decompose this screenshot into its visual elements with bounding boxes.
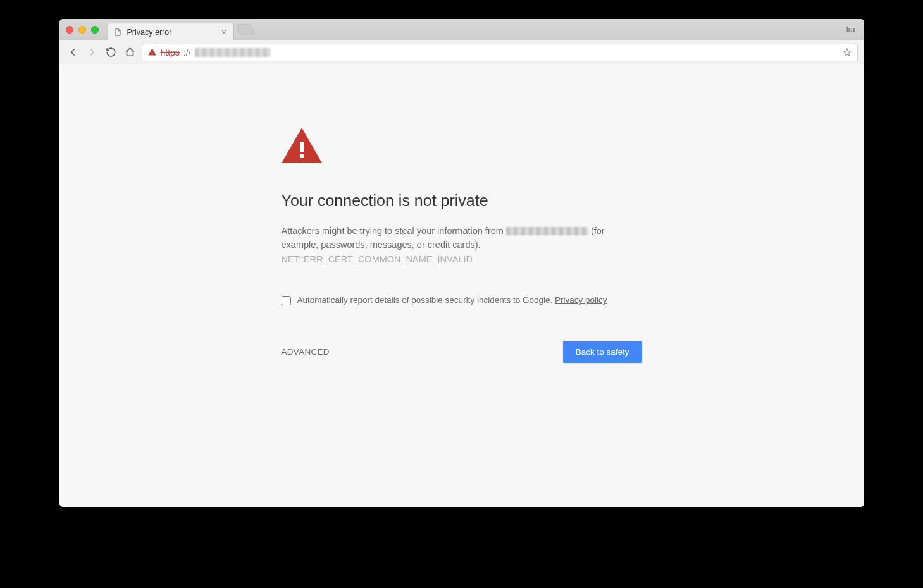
back-to-safety-button[interactable]: Back to safety (563, 341, 642, 363)
profile-name[interactable]: Ira (846, 19, 855, 40)
tab-title: Privacy error (127, 28, 214, 37)
svg-rect-1 (300, 154, 304, 158)
toolbar: https :// (59, 40, 864, 64)
zoom-window-button[interactable] (91, 26, 99, 34)
close-tab-button[interactable] (220, 28, 228, 37)
url-scheme: https (161, 47, 180, 58)
browser-tab[interactable]: Privacy error (108, 23, 234, 40)
url-separator: :// (183, 47, 191, 58)
browser-window: Privacy error Ira https :// (59, 19, 864, 507)
close-window-button[interactable] (66, 26, 73, 34)
back-button[interactable] (66, 45, 81, 60)
reload-button[interactable] (104, 45, 119, 60)
new-tab-button[interactable] (235, 24, 255, 35)
privacy-policy-link[interactable]: Privacy policy (555, 295, 607, 305)
report-errors-checkbox[interactable] (282, 296, 291, 305)
advanced-button[interactable]: ADVANCED (282, 347, 330, 357)
address-bar[interactable]: https :// (142, 44, 858, 61)
insecure-warning-icon (147, 47, 157, 57)
report-errors-option[interactable]: Automatically report details of possible… (282, 295, 642, 305)
error-heading: Your connection is not private (282, 192, 642, 210)
bookmark-star-icon[interactable] (842, 47, 852, 58)
page-content: Your connection is not private Attackers… (59, 64, 864, 507)
minimize-window-button[interactable] (78, 26, 86, 34)
report-errors-label: Automatically report details of possible… (297, 295, 555, 305)
warning-triangle-icon (282, 128, 322, 163)
svg-rect-0 (300, 142, 304, 152)
home-button[interactable] (123, 45, 138, 60)
error-body-prefix: Attackers might be trying to steal your … (282, 226, 506, 236)
url-host-redacted (195, 48, 271, 57)
window-controls (66, 19, 108, 40)
action-row: ADVANCED Back to safety (282, 341, 642, 363)
ssl-error-interstitial: Your connection is not private Attackers… (282, 128, 642, 507)
tab-strip: Privacy error Ira (59, 19, 864, 40)
forward-button[interactable] (85, 45, 100, 60)
error-code: NET::ERR_CERT_COMMON_NAME_INVALID (282, 254, 473, 264)
error-hostname-redacted (506, 227, 588, 235)
page-icon (113, 28, 122, 37)
error-description: Attackers might be trying to steal your … (282, 224, 642, 266)
